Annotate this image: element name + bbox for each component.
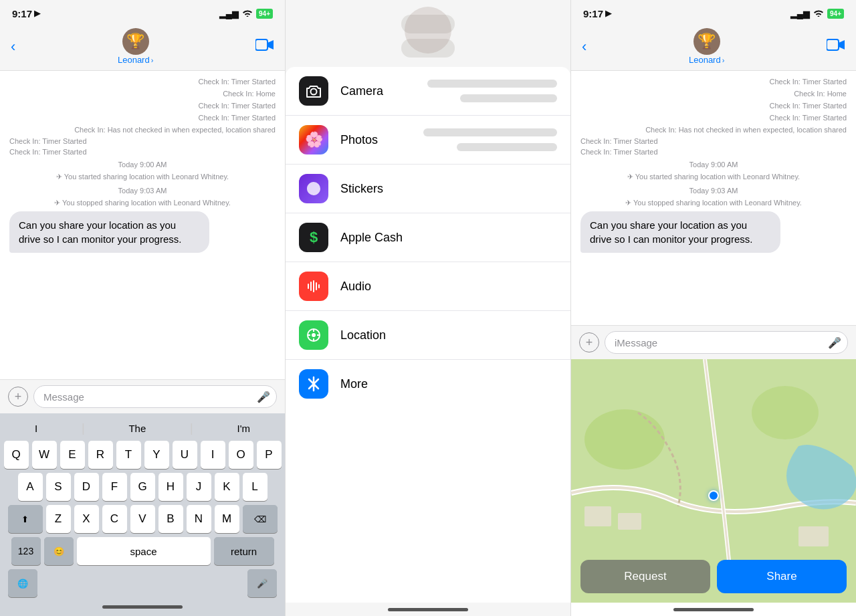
app-item-location[interactable]: Location (286, 311, 570, 360)
audio-label: Audio (340, 280, 371, 294)
msg-r-location-start: ✈ You started sharing location with Leon… (580, 171, 847, 183)
key-mic[interactable]: 🎤 (247, 569, 277, 597)
key-z[interactable]: Z (46, 505, 71, 533)
key-m[interactable]: M (215, 505, 239, 533)
panel-right: 9:17 ▶ ▂▄▆ 94+ ‹ 🏆 Leonard › Check I (571, 0, 856, 616)
plus-button-right[interactable]: + (579, 332, 599, 352)
suggestion-i[interactable]: I (28, 421, 44, 435)
nav-bar-right: ‹ 🏆 Leonard › (571, 24, 856, 71)
key-return[interactable]: return (214, 537, 274, 565)
app-item-more[interactable]: More (286, 360, 570, 408)
map-buttons: Request Share (571, 550, 856, 603)
svg-rect-0 (255, 39, 268, 50)
keyboard-row-2: A S D F G H J K L (3, 473, 282, 501)
request-button[interactable]: Request (580, 560, 710, 593)
video-button-right[interactable] (827, 38, 845, 56)
key-r[interactable]: R (88, 441, 113, 469)
message-field-wrapper-left: Message 🎤 (33, 385, 277, 408)
app-picker: Camera 🌸 Photos (286, 0, 570, 616)
app-item-audio[interactable]: Audio (286, 262, 570, 311)
messages-area-left: Check In: Timer Started Check In: Home C… (0, 71, 285, 379)
key-y[interactable]: Y (144, 441, 169, 469)
key-h[interactable]: H (158, 473, 183, 501)
app-list: Camera 🌸 Photos (286, 67, 570, 603)
key-l[interactable]: L (243, 473, 268, 501)
key-b[interactable]: B (158, 505, 183, 533)
msg-r-checkin-1: Check In: Timer Started (580, 76, 847, 87)
contact-name-right[interactable]: Leonard › (689, 55, 724, 65)
suggestion-im[interactable]: I'm (231, 421, 257, 435)
panel-left: 9:17 ▶ ▂▄▆ 94+ ‹ 🏆 Leonard › Check I (0, 0, 286, 616)
nav-center-left: 🏆 Leonard › (118, 28, 153, 65)
apple-cash-label: Apple Cash (340, 231, 403, 245)
key-e[interactable]: E (60, 441, 85, 469)
signal-icon-right: ▂▄▆ (790, 9, 810, 19)
key-j[interactable]: J (187, 473, 211, 501)
msg-r-timestamp-2: Today 9:03 AM (580, 184, 847, 196)
key-s[interactable]: S (46, 473, 71, 501)
location-icon (299, 320, 328, 350)
mic-icon-right[interactable]: 🎤 (828, 336, 841, 349)
app-item-photos[interactable]: 🌸 Photos (286, 116, 570, 165)
key-globe[interactable]: 🌐 (8, 569, 37, 597)
message-field-wrapper-right: iMessage 🎤 (605, 331, 848, 354)
app-item-apple-cash[interactable]: $ Apple Cash (286, 213, 570, 262)
contact-name-left[interactable]: Leonard › (118, 55, 153, 65)
key-d[interactable]: D (74, 473, 99, 501)
msg-r-checkin-4: Check In: Timer Started (580, 112, 847, 123)
key-t[interactable]: T (116, 441, 141, 469)
share-button[interactable]: Share (717, 560, 847, 593)
keyboard-left: I | The | I'm Q W E R T Y U I O P A S D … (0, 413, 285, 616)
video-button-left[interactable] (255, 38, 274, 56)
msg-r-location-stop: ✈ You stopped sharing location with Leon… (580, 197, 847, 209)
input-bar-right: + iMessage 🎤 (571, 325, 856, 359)
back-button-left[interactable]: ‹ (11, 38, 15, 56)
key-u[interactable]: U (173, 441, 197, 469)
msg-r-checkin-3: Check In: Timer Started (580, 100, 847, 111)
key-w[interactable]: W (32, 441, 57, 469)
key-emoji[interactable]: 😊 (44, 537, 74, 565)
key-x[interactable]: X (74, 505, 99, 533)
key-q[interactable]: Q (4, 441, 29, 469)
location-arrow-icon-left: ▶ (34, 9, 40, 18)
messages-area-right: Check In: Timer Started Check In: Home C… (571, 71, 856, 325)
key-123[interactable]: 123 (11, 537, 41, 565)
app-item-camera[interactable]: Camera (286, 67, 570, 116)
msg-r-checkin-6: Check In: Timer Started (580, 136, 847, 146)
camera-blur-text (395, 78, 557, 104)
key-o[interactable]: O (229, 441, 253, 469)
message-placeholder-right: iMessage (615, 337, 657, 348)
battery-badge-right: 94+ (827, 9, 844, 19)
msg-location-stop: ✈ You stopped sharing location with Leon… (9, 197, 276, 209)
mic-icon-left[interactable]: 🎤 (257, 391, 270, 403)
key-delete[interactable]: ⌫ (243, 505, 278, 533)
key-space[interactable]: space (77, 537, 211, 565)
key-n[interactable]: N (187, 505, 211, 533)
app-picker-blur-top (286, 0, 570, 67)
key-c[interactable]: C (102, 505, 127, 533)
svg-marker-15 (839, 40, 845, 49)
chevron-icon-left: › (151, 56, 154, 64)
back-button-right[interactable]: ‹ (582, 38, 586, 56)
keyboard-suggestions: I | The | I'm (3, 419, 282, 441)
keyboard-row-3: ⬆ Z X C V B N M ⌫ (3, 505, 282, 533)
key-a[interactable]: A (18, 473, 43, 501)
key-g[interactable]: G (130, 473, 155, 501)
key-shift[interactable]: ⬆ (8, 505, 43, 533)
message-input-left[interactable]: Message (33, 385, 277, 408)
key-i[interactable]: I (201, 441, 225, 469)
key-p[interactable]: P (257, 441, 282, 469)
plus-button-left[interactable]: + (8, 387, 28, 407)
key-v[interactable]: V (130, 505, 155, 533)
suggestion-the[interactable]: The (122, 421, 152, 435)
input-bar-left: + Message 🎤 (0, 379, 285, 413)
key-f[interactable]: F (102, 473, 127, 501)
keyboard-bottom: 🌐 🎤 (3, 569, 282, 597)
key-k[interactable]: K (215, 473, 239, 501)
message-placeholder-left: Message (43, 391, 84, 403)
app-item-stickers[interactable]: Stickers (286, 165, 570, 213)
location-arrow-icon-right: ▶ (605, 9, 611, 18)
more-label: More (340, 377, 368, 391)
msg-checkin-7: Check In: Timer Started (9, 147, 276, 157)
message-input-right[interactable]: iMessage (605, 331, 848, 354)
